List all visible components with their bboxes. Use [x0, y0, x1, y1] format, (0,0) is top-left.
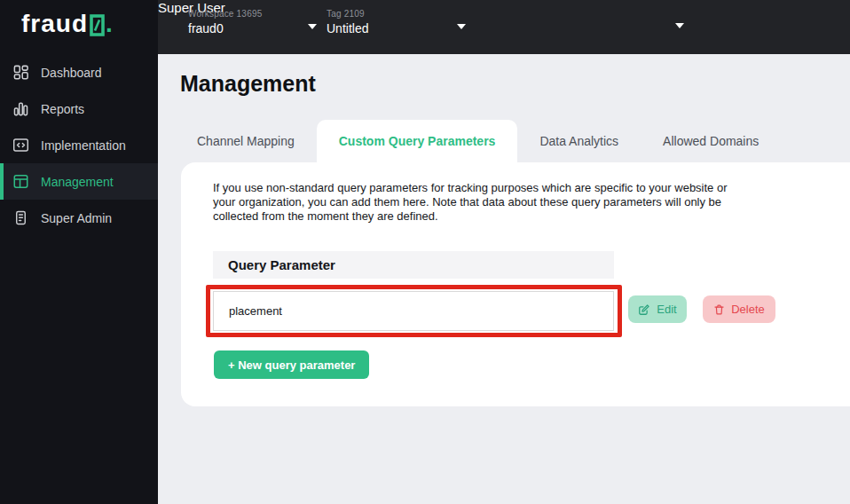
- dashboard-icon: [12, 64, 29, 81]
- workspace-value: fraud0: [188, 21, 262, 35]
- edit-icon: [638, 303, 650, 316]
- description-text: If you use non-standard query parameters…: [213, 181, 745, 224]
- sidebar-item-implementation[interactable]: Implementation: [0, 127, 158, 163]
- workspace-selector[interactable]: Workspace 13695 fraud0: [188, 9, 262, 35]
- brand-zero-icon: [90, 14, 105, 36]
- edit-button-label: Edit: [657, 303, 676, 316]
- sidebar-item-super-admin[interactable]: Super Admin: [0, 200, 158, 236]
- sidebar-item-label: Dashboard: [41, 66, 102, 80]
- workspace-label: Workspace 13695: [188, 9, 262, 19]
- sidebar-item-label: Management: [41, 175, 114, 189]
- sidebar-item-label: Super Admin: [41, 211, 112, 225]
- new-query-parameter-button[interactable]: + New query parameter: [214, 350, 369, 379]
- sidebar-item-reports[interactable]: Reports: [0, 91, 158, 127]
- content-card: If you use non-standard query parameters…: [181, 162, 850, 406]
- sidebar-nav: Dashboard Reports Implementation: [0, 54, 158, 236]
- app-window: fraud . Dashboard: [0, 0, 850, 504]
- table-header-query-parameter: Query Parameter: [213, 251, 614, 279]
- row-actions: Edit Delete: [628, 295, 775, 323]
- query-parameter-value: placement: [229, 304, 282, 318]
- sidebar: fraud . Dashboard: [0, 0, 158, 504]
- tab-custom-query-parameters[interactable]: Custom Query Parameters: [317, 120, 518, 162]
- tab-allowed-domains[interactable]: Allowed Domains: [641, 120, 781, 162]
- user-caret-icon[interactable]: [675, 23, 684, 28]
- tag-selector[interactable]: Tag 2109 Untitled: [327, 9, 368, 35]
- tag-label: Tag 2109: [327, 9, 368, 19]
- tag-caret-icon[interactable]: [457, 24, 466, 29]
- table-header-label: Query Parameter: [228, 257, 335, 272]
- edit-button[interactable]: Edit: [628, 295, 687, 323]
- implementation-icon: [12, 137, 29, 154]
- management-icon: [12, 173, 29, 190]
- delete-button[interactable]: Delete: [703, 295, 775, 323]
- table-row[interactable]: placement: [213, 291, 614, 331]
- trash-icon: [713, 303, 725, 316]
- tag-value: Untitled: [327, 21, 368, 35]
- brand-wordmark: fraud: [21, 11, 88, 37]
- page-title: Management: [180, 71, 316, 97]
- workspace-caret-icon[interactable]: [308, 24, 317, 29]
- topbar: Workspace 13695 fraud0 Tag 2109 Untitled…: [158, 0, 850, 54]
- brand-dot: .: [106, 11, 113, 37]
- delete-button-label: Delete: [731, 303, 765, 316]
- sidebar-item-label: Reports: [41, 102, 84, 116]
- sidebar-item-dashboard[interactable]: Dashboard: [0, 54, 158, 91]
- tab-bar: Channel Mapping Custom Query Parameters …: [175, 120, 781, 162]
- sidebar-item-label: Implementation: [41, 138, 126, 153]
- tab-data-analytics[interactable]: Data Analytics: [517, 120, 641, 162]
- sidebar-item-management[interactable]: Management: [0, 163, 158, 200]
- brand-logo[interactable]: fraud .: [21, 11, 113, 37]
- super-admin-icon: [12, 209, 29, 226]
- tab-channel-mapping[interactable]: Channel Mapping: [175, 120, 317, 162]
- reports-icon: [12, 100, 29, 117]
